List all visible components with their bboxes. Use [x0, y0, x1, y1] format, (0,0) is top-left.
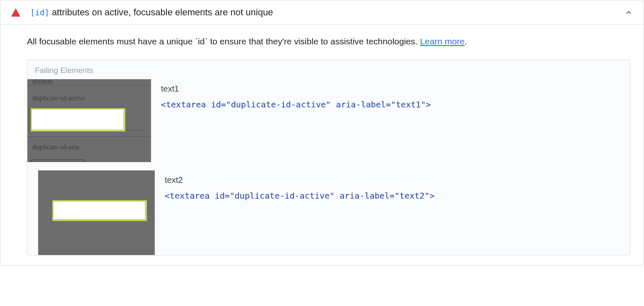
audit-item: [id] attributes on active, focusable ele… — [0, 0, 644, 266]
period: . — [465, 36, 467, 46]
audit-description-text: All focusable elements must have a uniqu… — [27, 36, 420, 46]
element-thumbnail[interactable]: difitem duplicate-id-active duplicate-id… — [27, 79, 151, 162]
failing-element-label: text1 — [161, 84, 431, 94]
thumb-text-cut: difitem — [32, 79, 53, 86]
audit-body: All focusable elements must have a uniqu… — [0, 25, 644, 265]
failing-text: text1 <textarea id="duplicate-id-active"… — [161, 79, 431, 109]
audit-header[interactable]: [id] attributes on active, focusable ele… — [0, 0, 644, 25]
highlight-box — [52, 200, 147, 221]
thumb-text-1: duplicate-id-active — [32, 94, 85, 102]
learn-more-link[interactable]: Learn more — [420, 36, 464, 46]
audit-title-text: attributes on active, focusable elements… — [49, 7, 273, 17]
chevron-up-icon[interactable] — [624, 7, 634, 17]
warning-triangle-icon — [11, 8, 20, 17]
failing-elements-header: Failing Elements — [27, 60, 630, 79]
audit-description: All focusable elements must have a uniqu… — [27, 35, 630, 48]
spacer — [27, 162, 630, 170]
divider — [27, 136, 151, 137]
audit-title: [id] attributes on active, focusable ele… — [30, 7, 624, 18]
highlight-box — [31, 108, 125, 131]
failing-element-code[interactable]: <textarea id="duplicate-id-active" aria-… — [165, 191, 434, 201]
plain-box — [31, 160, 85, 162]
thumb-text-2: duplicate-id-aria — [32, 143, 79, 151]
failing-element-label: text2 — [165, 175, 434, 185]
element-thumbnail[interactable] — [38, 170, 155, 255]
failing-item: difitem duplicate-id-active duplicate-id… — [27, 79, 630, 162]
failing-element-code[interactable]: <textarea id="duplicate-id-active" aria-… — [161, 100, 431, 109]
audit-code-tag: [id] — [30, 8, 49, 17]
failing-item: text2 <textarea id="duplicate-id-active"… — [27, 170, 630, 255]
failing-elements-panel: Failing Elements difitem duplicate-id-ac… — [27, 60, 630, 255]
failing-text: text2 <textarea id="duplicate-id-active"… — [165, 170, 434, 201]
